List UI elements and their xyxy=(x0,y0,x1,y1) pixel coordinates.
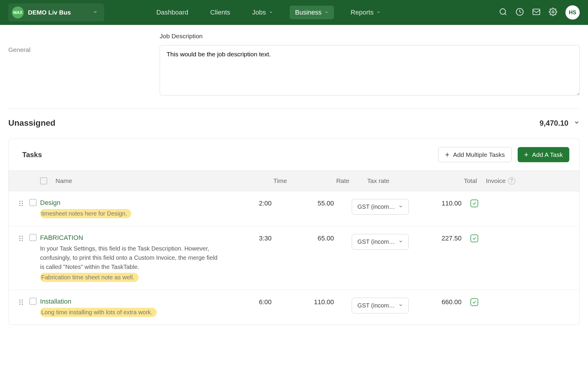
chevron-down-icon xyxy=(398,238,403,245)
task-time: 3:30 xyxy=(218,234,280,242)
org-switcher[interactable]: MAX DEMO Liv Bus xyxy=(8,4,104,21)
tax-rate-select[interactable]: GST (income… xyxy=(352,234,409,250)
org-name: DEMO Liv Bus xyxy=(28,9,71,16)
nav-jobs[interactable]: Jobs xyxy=(247,6,278,19)
section-total: 9,470.10 xyxy=(540,119,568,127)
nav-clients[interactable]: Clients xyxy=(205,6,235,19)
tax-value: GST (income… xyxy=(357,302,396,309)
drag-handle-icon[interactable] xyxy=(19,298,29,305)
column-invoice: Invoice ? xyxy=(486,177,519,184)
svg-point-4 xyxy=(552,11,554,13)
svg-point-18 xyxy=(22,299,23,301)
section-header: Unassigned 9,470.10 xyxy=(8,118,580,128)
task-row: Design timesheet notes here for Design. … xyxy=(9,191,579,226)
nav-business[interactable]: Business xyxy=(290,6,334,19)
drag-handle-icon[interactable] xyxy=(19,199,29,207)
svg-line-1 xyxy=(505,13,506,15)
task-row: FABRICATION In your Task Settings, this … xyxy=(9,226,579,290)
row-checkbox[interactable] xyxy=(29,234,37,241)
section-total-toggle[interactable]: 9,470.10 xyxy=(540,119,580,127)
add-multiple-tasks-button[interactable]: + Add Multiple Tasks xyxy=(438,147,512,162)
chevron-down-icon xyxy=(398,203,403,210)
svg-point-0 xyxy=(500,9,506,15)
task-total: 110.00 xyxy=(411,199,470,207)
task-name-link[interactable]: Design xyxy=(40,199,218,207)
chevron-down-icon xyxy=(398,302,403,309)
svg-point-7 xyxy=(19,203,20,204)
button-label: Add A Task xyxy=(532,151,563,158)
drag-handle-icon[interactable] xyxy=(19,234,29,242)
main-nav: Dashboard Clients Jobs Business Reports xyxy=(151,6,386,19)
tax-value: GST (income… xyxy=(357,238,396,245)
select-all-checkbox[interactable] xyxy=(40,177,47,184)
task-name-link[interactable]: Installation xyxy=(40,298,218,305)
plus-icon: + xyxy=(524,151,529,158)
nav-reports[interactable]: Reports xyxy=(345,6,386,19)
tasks-header: Tasks + Add Multiple Tasks + Add A Task xyxy=(9,139,579,170)
task-total: 227.50 xyxy=(411,234,470,242)
mail-icon[interactable] xyxy=(532,8,541,17)
chevron-down-icon xyxy=(93,9,98,15)
svg-point-6 xyxy=(22,201,23,202)
task-row: Installation Long time installing with l… xyxy=(9,290,579,325)
tax-rate-select[interactable]: GST (income… xyxy=(352,199,409,215)
job-description-input[interactable] xyxy=(160,45,580,95)
svg-point-21 xyxy=(19,304,20,305)
row-checkbox[interactable] xyxy=(29,298,37,305)
column-name: Name xyxy=(56,177,234,184)
svg-rect-3 xyxy=(533,9,540,15)
invoice-checkbox[interactable] xyxy=(470,235,478,242)
org-avatar: MAX xyxy=(12,7,24,18)
tax-rate-select[interactable]: GST (income… xyxy=(352,298,409,313)
tasks-panel: Tasks + Add Multiple Tasks + Add A Task … xyxy=(8,138,580,325)
svg-point-19 xyxy=(19,302,20,303)
svg-point-17 xyxy=(19,299,20,301)
topbar: MAX DEMO Liv Bus Dashboard Clients Jobs … xyxy=(0,0,588,25)
task-rate: 65.00 xyxy=(280,234,343,242)
user-avatar[interactable]: HS xyxy=(565,5,580,20)
svg-point-16 xyxy=(22,240,23,241)
column-tax: Tax rate xyxy=(358,177,427,184)
gear-icon[interactable] xyxy=(549,8,557,17)
svg-point-20 xyxy=(22,302,23,303)
svg-point-11 xyxy=(19,236,20,237)
search-icon[interactable] xyxy=(499,8,507,17)
svg-point-5 xyxy=(19,201,20,202)
button-label: Add Multiple Tasks xyxy=(453,151,505,158)
svg-point-15 xyxy=(19,240,20,241)
tasks-actions: + Add Multiple Tasks + Add A Task xyxy=(438,147,569,162)
clock-icon[interactable] xyxy=(516,8,524,17)
task-rate: 55.00 xyxy=(280,199,343,207)
task-name-link[interactable]: FABRICATION xyxy=(40,234,218,242)
task-description: In your Task Settings, this field is the… xyxy=(40,244,218,272)
task-note-highlight: Long time installing with lots of extra … xyxy=(40,308,157,317)
column-total: Total xyxy=(427,177,486,184)
svg-point-13 xyxy=(19,238,20,239)
side-label: General xyxy=(8,46,160,53)
column-rate: Rate xyxy=(296,177,358,184)
svg-point-8 xyxy=(22,203,23,204)
job-description-section: General Job Description xyxy=(8,33,580,109)
task-note-highlight: timesheet notes here for Design. xyxy=(40,209,131,218)
help-icon[interactable]: ? xyxy=(508,177,515,184)
plus-icon: + xyxy=(445,151,450,158)
row-checkbox[interactable] xyxy=(29,199,37,206)
nav-dashboard[interactable]: Dashboard xyxy=(151,6,194,19)
nav-jobs-label: Jobs xyxy=(252,9,266,16)
add-task-button[interactable]: + Add A Task xyxy=(518,147,569,162)
svg-point-22 xyxy=(22,304,23,305)
nav-business-label: Business xyxy=(295,9,321,16)
section-title: Unassigned xyxy=(8,118,56,128)
invoice-checkbox[interactable] xyxy=(470,200,478,207)
svg-point-9 xyxy=(19,205,20,206)
task-time: 6:00 xyxy=(218,298,280,306)
svg-point-10 xyxy=(22,205,23,206)
column-time: Time xyxy=(234,177,296,184)
task-rate: 110.00 xyxy=(280,298,343,306)
chevron-down-icon xyxy=(324,10,329,15)
topbar-right: HS xyxy=(499,5,580,20)
nav-reports-label: Reports xyxy=(351,9,373,16)
svg-point-14 xyxy=(22,238,23,239)
task-total: 660.00 xyxy=(411,298,470,306)
invoice-checkbox[interactable] xyxy=(470,298,478,306)
